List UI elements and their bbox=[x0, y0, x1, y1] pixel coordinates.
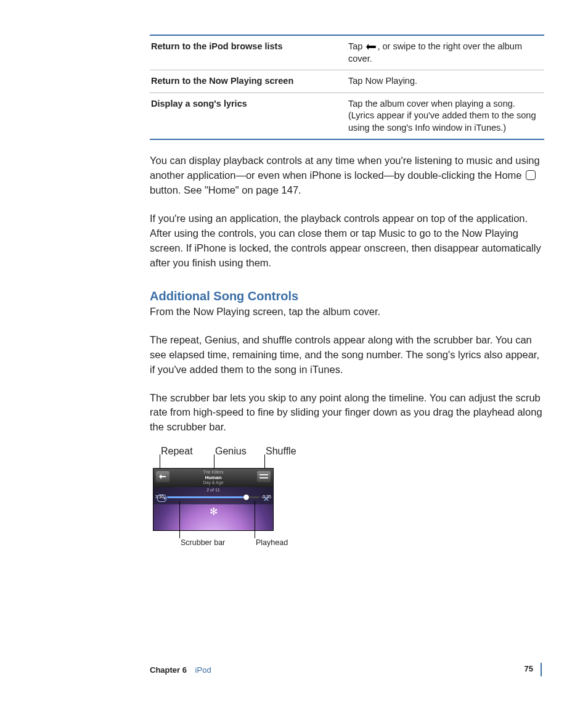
paragraph-4: The repeat, Genius, and shuffle controls… bbox=[150, 333, 544, 377]
row3-howto: Tap the album cover when playing a song.… bbox=[347, 92, 544, 139]
album-label: Day & Age bbox=[153, 480, 273, 485]
shuffle-icon: ✕ bbox=[263, 495, 269, 503]
genius-icon: ✻ bbox=[210, 506, 218, 517]
paragraph-1: You can display playback controls at any… bbox=[150, 154, 544, 198]
back-arrow-icon bbox=[365, 43, 377, 51]
artist-label: The Killers bbox=[153, 470, 273, 474]
song-label: Human bbox=[153, 475, 273, 480]
row1-action: Return to the iPod browse lists bbox=[150, 35, 347, 70]
section-heading: Additional Song Controls bbox=[150, 289, 544, 303]
paragraph-3: From the Now Playing screen, tap the alb… bbox=[150, 305, 544, 319]
callout-genius: Genius bbox=[215, 446, 247, 457]
controls-table: Return to the iPod browse lists Tap , or… bbox=[150, 35, 544, 140]
callout-scrubber: Scrubber bar bbox=[181, 538, 225, 547]
callout-playhead: Playhead bbox=[256, 538, 288, 547]
repeat-icon bbox=[157, 495, 166, 502]
paragraph-1-pre: You can display playback controls at any… bbox=[150, 155, 540, 181]
row2-howto: Tap Now Playing. bbox=[347, 70, 544, 93]
row3-action: Display a song's lyrics bbox=[150, 92, 347, 139]
page-footer: Chapter 6 iPod 75 bbox=[46, 664, 542, 678]
row1-howto: Tap , or swipe to the right over the alb… bbox=[347, 35, 544, 70]
home-button-icon bbox=[526, 170, 536, 180]
callout-repeat: Repeat bbox=[161, 446, 193, 457]
now-playing-diagram: Repeat Genius Shuffle The Killers Human … bbox=[150, 446, 310, 544]
row1-pre: Tap bbox=[348, 41, 365, 51]
footer-chapter: Chapter 6 bbox=[150, 665, 187, 675]
footer-section: iPod bbox=[195, 665, 211, 675]
paragraph-2: If you're using an application, the play… bbox=[150, 211, 544, 271]
track-count: 2 of 11 bbox=[153, 488, 273, 492]
row2-action: Return to the Now Playing screen bbox=[150, 70, 347, 93]
scrubber-fill bbox=[167, 496, 246, 498]
paragraph-1-post: button. See "Home" on page 147. bbox=[150, 184, 301, 195]
footer-page: 75 bbox=[525, 664, 533, 673]
callout-shuffle: Shuffle bbox=[266, 446, 296, 457]
now-playing-screenshot: The Killers Human Day & Age 2 of 11 3:30… bbox=[153, 468, 274, 531]
playhead-dot bbox=[243, 495, 249, 500]
paragraph-5: The scrubber bar lets you skip to any po… bbox=[150, 391, 544, 435]
footer-accent-bar bbox=[541, 663, 542, 676]
